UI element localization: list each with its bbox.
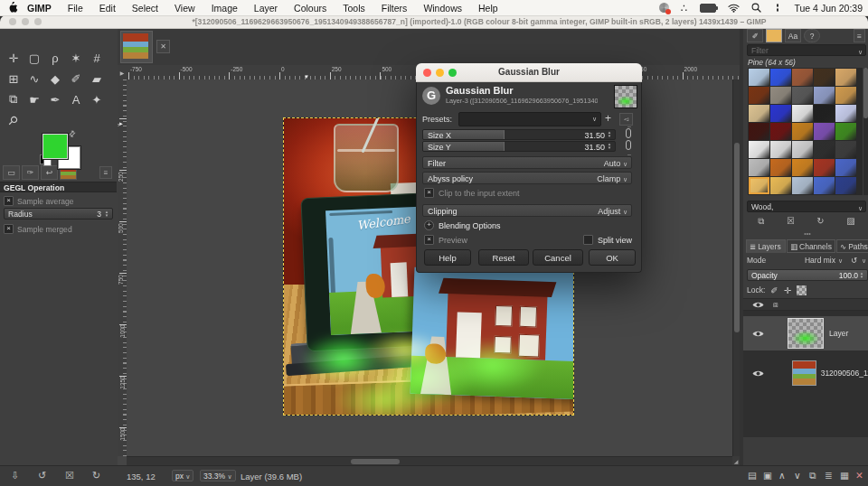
merge-layer-icon[interactable]: ≣ <box>825 470 833 481</box>
tab-layers[interactable]: ≣ Layers <box>746 239 786 253</box>
pattern-swatch[interactable] <box>792 87 813 104</box>
new-group-icon[interactable]: ▣ <box>763 470 772 481</box>
pointer-coords-icon[interactable]: ⇩ <box>11 470 19 481</box>
undo-icon[interactable]: ↺ <box>38 470 46 481</box>
filter-row[interactable]: Filter Auto ∨ <box>422 156 632 169</box>
duplicate-layer-icon[interactable]: ⧉ <box>809 470 816 481</box>
ink-tool[interactable]: ✒ <box>45 89 65 109</box>
eye-icon[interactable] <box>752 330 764 338</box>
sample-average-checkbox[interactable]: × <box>4 196 14 206</box>
pattern-swatch[interactable] <box>792 141 813 158</box>
horizontal-scrollbar[interactable] <box>127 456 732 465</box>
lower-layer-icon[interactable]: ∨ <box>794 470 801 481</box>
pattern-tag-combo[interactable]: Wood, ∨ <box>747 201 866 212</box>
pattern-swatch[interactable] <box>835 105 856 122</box>
horizontal-scroll-thumb[interactable] <box>351 459 400 464</box>
delete-layer-icon[interactable]: ✕ <box>855 470 863 481</box>
raise-layer-icon[interactable]: ∧ <box>778 470 786 481</box>
ok-button[interactable]: OK <box>589 249 636 266</box>
pattern-swatch[interactable] <box>770 141 791 158</box>
vertical-scrollbar[interactable] <box>732 79 740 456</box>
pattern-swatch[interactable] <box>770 69 791 86</box>
colour-wheel-icon[interactable] <box>659 3 669 13</box>
pattern-swatch[interactable] <box>770 123 791 140</box>
menu-gimp[interactable]: GIMP <box>19 3 60 14</box>
pattern-swatch[interactable] <box>770 177 791 194</box>
bucket-fill-tool[interactable]: ◆ <box>45 69 65 89</box>
pattern-swatch[interactable] <box>749 69 769 86</box>
preview-row[interactable]: × Preview <box>424 235 467 245</box>
menu-file[interactable]: File <box>60 3 91 14</box>
reset-button[interactable]: Reset <box>478 249 529 266</box>
blending-options-row[interactable]: + Blending Options <box>424 220 501 230</box>
pattern-swatch[interactable] <box>749 87 769 104</box>
expander-plus-icon[interactable]: + <box>424 220 434 230</box>
opacity-stepper[interactable]: ▲▼ <box>858 270 865 280</box>
pattern-swatch[interactable] <box>792 105 813 122</box>
presets-combo[interactable]: ∨ <box>458 112 601 126</box>
sample-merged-row[interactable]: × Sample merged <box>4 224 72 234</box>
menu-windows[interactable]: Windows <box>415 3 470 14</box>
pattern-swatch[interactable] <box>749 177 769 194</box>
add-preset-icon[interactable]: + <box>605 112 611 125</box>
pattern-swatch[interactable] <box>835 141 856 158</box>
zoom-tool[interactable]: ⚲ <box>0 106 28 134</box>
eraser-tool[interactable]: ▰ <box>87 69 107 89</box>
fuzzy-select-tool[interactable]: ✶ <box>66 48 86 68</box>
pattern-swatch[interactable] <box>835 123 856 140</box>
transform-tool[interactable]: ⊞ <box>4 69 24 89</box>
apple-menu[interactable] <box>9 0 19 15</box>
mask-layer-icon[interactable]: ▦ <box>840 470 849 481</box>
chain-link-icon[interactable]: ‒ ‒ <box>623 127 634 154</box>
split-view-checkbox[interactable]: × <box>583 235 593 245</box>
fonts-tab[interactable]: Aa <box>785 29 801 42</box>
pattern-swatch[interactable] <box>814 105 835 122</box>
close-window-button[interactable] <box>9 18 16 25</box>
size-y-stepper[interactable]: ▲▼ <box>606 142 613 151</box>
paintbrush-tool[interactable]: ✐ <box>66 69 86 89</box>
rectangle-select-tool[interactable]: ▢ <box>24 48 44 68</box>
clip-extent-row[interactable]: × Clip to the input extent <box>424 188 520 198</box>
smudge-tool[interactable]: ☛ <box>24 89 44 109</box>
pattern-swatch[interactable] <box>792 177 813 194</box>
menu-edit[interactable]: Edit <box>91 3 124 14</box>
clear-icon[interactable]: ☒ <box>65 470 74 481</box>
new-layer-icon[interactable]: ▤ <box>748 470 757 481</box>
opacity-slider[interactable]: Opacity 100.0 ▲▼ <box>747 269 868 281</box>
pattern-swatch[interactable] <box>835 159 856 176</box>
menu-select[interactable]: Select <box>124 3 166 14</box>
pattern-swatch[interactable] <box>749 159 769 176</box>
link-icon[interactable]: ⧈ <box>773 300 778 310</box>
dots-icon[interactable]: ∴ <box>681 0 688 15</box>
duplicate-pattern-icon[interactable]: ⧉ <box>758 216 764 227</box>
split-view-row[interactable]: × Split view <box>583 235 632 245</box>
text-tool[interactable]: A <box>66 89 86 109</box>
menu-layer[interactable]: Layer <box>246 3 286 14</box>
layer-row-photo[interactable]: 312090506_1169 <box>743 358 868 388</box>
control-centre-icon[interactable] <box>773 4 783 12</box>
lock-pixels-icon[interactable]: ✐ <box>770 285 778 295</box>
sample-average-row[interactable]: × Sample average <box>4 196 74 206</box>
tab-channels[interactable]: ▥ Channels <box>787 239 835 253</box>
pattern-swatch[interactable] <box>792 123 813 140</box>
pattern-swatch[interactable] <box>814 87 835 104</box>
help-button[interactable]: Help <box>424 249 471 266</box>
pattern-swatch[interactable] <box>835 87 856 104</box>
clipping-row[interactable]: Clipping Adjust ∨ <box>422 204 632 217</box>
tab-device-status[interactable]: ✑ <box>22 165 39 180</box>
move-tool[interactable]: ✛ <box>4 48 24 68</box>
pattern-swatch[interactable] <box>835 177 856 194</box>
redo-icon[interactable]: ↻ <box>92 470 100 481</box>
zoom-combo[interactable]: 33.3% ∨ <box>200 470 236 481</box>
radius-stepper[interactable]: ▲▼ <box>103 209 110 219</box>
pattern-scrollbar[interactable] <box>863 68 868 195</box>
patterns-tab[interactable] <box>766 29 782 42</box>
crop-tool[interactable]: # <box>87 48 107 68</box>
tab-menu-icon[interactable]: ≡ <box>99 166 112 179</box>
battery-icon[interactable] <box>700 4 716 13</box>
picker-tool[interactable]: ✦ <box>87 89 107 109</box>
abyss-policy-row[interactable]: Abyss policy Clamp ∨ <box>422 172 632 184</box>
menu-filters[interactable]: Filters <box>373 3 416 14</box>
cancel-button[interactable]: Cancel <box>533 249 583 266</box>
lock-alpha-icon[interactable] <box>797 285 807 295</box>
